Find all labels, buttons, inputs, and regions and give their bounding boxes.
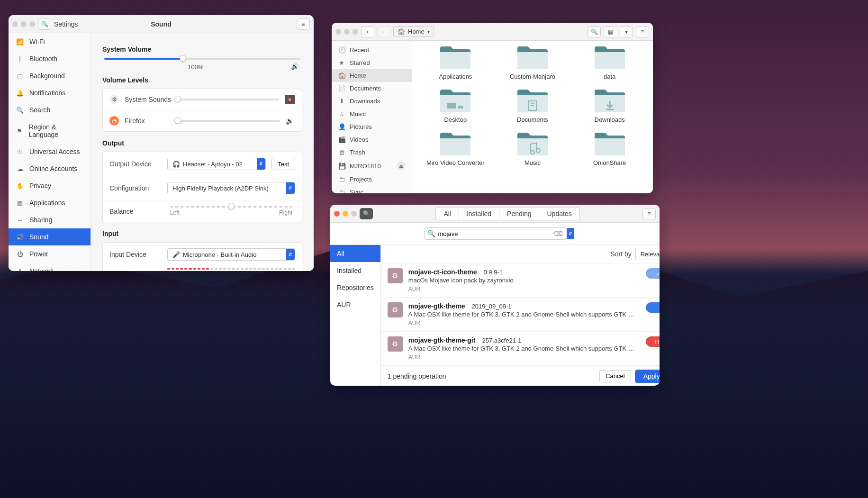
sidebar-icon: 🖧 [16, 268, 24, 272]
sidebar-item-power[interactable]: ⏻Power [9, 245, 90, 263]
sidebar-item-wi-fi[interactable]: 📶Wi-Fi [9, 33, 90, 50]
files-sidebar-starred[interactable]: ★Starred [332, 56, 412, 69]
folder-onionshare[interactable]: OnionShare [576, 132, 643, 166]
sidebar-item-privacy[interactable]: ✋Privacy [9, 177, 90, 194]
sidebar-item-online-accounts[interactable]: ☁Online Accounts [9, 160, 90, 177]
page-title: Sound [151, 20, 172, 28]
folder-desktop[interactable]: Desktop [422, 89, 489, 123]
speaker-icon[interactable]: 🔉 [286, 117, 295, 125]
pkg-row[interactable]: ⚙ mojave-gtk-theme2019_09_09-1 A Mac OSX… [381, 298, 660, 332]
forward-button[interactable]: › [377, 26, 390, 37]
sidebar-item-background[interactable]: ▢Background [9, 67, 90, 84]
window-close[interactable] [335, 29, 341, 35]
apply-button[interactable]: Apply [635, 370, 660, 383]
window-close[interactable] [334, 211, 340, 217]
files-sidebar-recent[interactable]: 🕘Recent [332, 44, 412, 56]
files-sidebar-documents[interactable]: 📄Documents [332, 82, 412, 95]
pkg-row[interactable]: ⚙ mojave-ct-icon-theme0.9.9-1 macOs Moja… [381, 263, 660, 298]
configuration-select[interactable]: High Fidelity Playback (A2DP Sink) ⇵ [167, 182, 295, 194]
sort-select[interactable]: Relevance ⇵ [635, 248, 660, 260]
system-volume-slider[interactable] [104, 58, 300, 60]
folder-data[interactable]: data [576, 45, 643, 80]
files-sidebar-sync[interactable]: 🗀Sync [332, 186, 412, 193]
window-max[interactable] [351, 211, 357, 217]
tab-all[interactable]: All [436, 208, 459, 220]
files-sidebar-trash[interactable]: 🗑Trash [332, 146, 412, 159]
search-icon[interactable]: 🔍 [38, 18, 51, 30]
build-button[interactable]: ✓ Build [646, 268, 660, 279]
view-grid-icon[interactable]: ▦ [604, 26, 617, 37]
pkg-version: 2019_09_09-1 [472, 303, 512, 310]
search-icon[interactable]: 🔍 [360, 208, 373, 219]
remove-button[interactable]: Remove [646, 336, 660, 347]
files-sidebar-music[interactable]: ♫Music [332, 108, 412, 120]
window-max[interactable] [353, 29, 358, 35]
search-icon[interactable]: 🔍 [588, 26, 601, 37]
build-button[interactable]: Build [646, 302, 660, 313]
location-dropdown[interactable]: 🏠 Home ▾ [393, 26, 434, 37]
files-sidebar-pictures[interactable]: 👤Pictures [332, 120, 412, 133]
source-aur[interactable]: AUR [330, 296, 380, 313]
window-close[interactable] [12, 21, 18, 27]
pkg-search-input[interactable] [438, 230, 551, 237]
sidebar-item-sound[interactable]: 🔊Sound [9, 228, 90, 245]
package-icon: ⚙ [388, 302, 403, 317]
folder-downloads[interactable]: Downloads [576, 89, 643, 123]
settings-content: System Volume 100% 🔊 Volume Levels ⚙ Sys… [91, 33, 314, 271]
muted-icon[interactable]: 🔇 [285, 95, 295, 104]
pkg-search-box[interactable]: 🔍 ⌫ ⇵ [424, 227, 566, 240]
hamburger-menu-icon[interactable]: ≡ [297, 18, 310, 30]
files-sidebar-downloads[interactable]: ⬇Downloads [332, 95, 412, 108]
sidebar-icon: 🔔 [16, 90, 24, 97]
window-max[interactable] [29, 21, 35, 27]
pkg-row[interactable]: ⚙ mojave-gtk-theme-git257.a3cfe21-1 A Ma… [381, 332, 660, 366]
files-sidebar: 🕘Recent★Starred🏠Home📄Documents⬇Downloads… [332, 41, 412, 193]
input-device-select[interactable]: 🎤 Microphone - Built-in Audio ⇵ [167, 248, 295, 261]
tab-installed[interactable]: Installed [459, 208, 499, 220]
sidebar-item-region-language[interactable]: ⚑Region & Language [9, 118, 90, 143]
source-repositories[interactable]: Repositories [330, 279, 380, 296]
files-sidebar-home[interactable]: 🏠Home [332, 69, 412, 82]
firefox-icon: ◔ [109, 116, 119, 126]
view-options-icon[interactable]: ▾ [620, 26, 633, 37]
chevron-updown-icon[interactable]: ⇵ [567, 228, 574, 239]
output-device-label: Output Device [109, 160, 162, 168]
sidebar-item-applications[interactable]: ▦Applications [9, 194, 90, 211]
folder-music[interactable]: Music [499, 132, 567, 166]
tab-updates[interactable]: Updates [539, 208, 579, 220]
folder-miro-video-converter[interactable]: Miro Video Converter [422, 132, 489, 166]
balance-slider[interactable]: Left Right [167, 206, 295, 216]
output-device-select[interactable]: 🎧 Headset - Aptoyu - 02 ⇵ [167, 158, 266, 170]
pkg-version: 257.a3cfe21-1 [482, 337, 521, 344]
test-button[interactable]: Test [271, 158, 295, 170]
pkg-name: mojave-gtk-theme [408, 302, 465, 310]
clear-icon[interactable]: ⌫ [553, 230, 563, 237]
cancel-button[interactable]: Cancel [599, 370, 631, 382]
folder-applications[interactable]: Applications [422, 45, 489, 80]
window-min[interactable] [344, 29, 350, 35]
window-min[interactable] [343, 211, 348, 217]
eject-icon[interactable]: ⏏ [397, 162, 405, 170]
sidebar-item-bluetooth[interactable]: ᛒBluetooth [9, 50, 90, 67]
folder-custom-manjaro[interactable]: Custom-Manjaro [499, 45, 567, 80]
source-all[interactable]: All [330, 245, 380, 262]
input-level-meter [167, 268, 295, 271]
sidebar-item-sharing[interactable]: ↔Sharing [9, 211, 90, 228]
app-volume-slider[interactable] [178, 99, 279, 100]
back-button[interactable]: ‹ [361, 26, 374, 37]
window-min[interactable] [21, 21, 27, 27]
folder-documents[interactable]: Documents [499, 89, 567, 123]
sidebar-item-network[interactable]: 🖧Network [9, 263, 90, 271]
files-sidebar-mjro1810[interactable]: 💾MJRO1810⏏ [332, 159, 412, 173]
chevron-down-icon: ▾ [427, 29, 430, 34]
sidebar-item-universal-access[interactable]: ☉Universal Access [9, 143, 90, 160]
app-volume-slider[interactable] [178, 120, 280, 122]
hamburger-menu-icon[interactable]: ≡ [642, 208, 656, 219]
files-sidebar-videos[interactable]: 🎬Videos [332, 133, 412, 146]
sidebar-item-notifications[interactable]: 🔔Notifications [9, 84, 90, 101]
files-sidebar-projects[interactable]: 🗀Projects [332, 173, 412, 186]
sidebar-item-search[interactable]: 🔍Search [9, 101, 90, 118]
source-installed[interactable]: Installed [330, 262, 380, 279]
hamburger-menu-icon[interactable]: ≡ [636, 26, 649, 37]
tab-pending[interactable]: Pending [499, 208, 539, 220]
